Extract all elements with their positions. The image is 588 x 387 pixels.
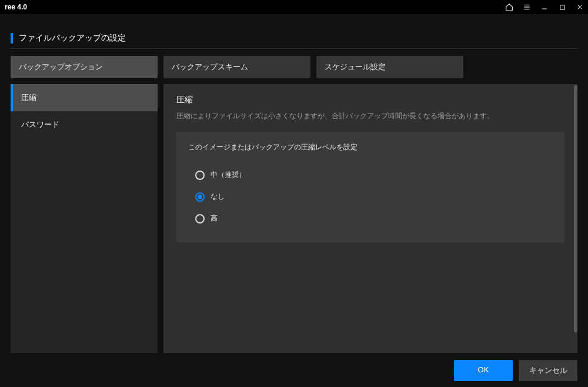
- scrollbar-thumb[interactable]: [574, 85, 577, 332]
- button-label: キャンセル: [529, 366, 567, 375]
- main-panel: 圧縮 圧縮によりファイルサイズは小さくなりますが、合計バックアップ時間が長くなる…: [163, 84, 577, 353]
- minimize-icon[interactable]: [540, 2, 549, 12]
- page-title: ファイルバックアップの設定: [19, 33, 126, 44]
- tab-schedule-settings[interactable]: スケジュール設定: [316, 56, 463, 78]
- radio-icon: [195, 192, 205, 202]
- radio-option-medium[interactable]: 中（推奨）: [188, 164, 553, 186]
- radio-label: 中（推奨）: [211, 170, 246, 180]
- app-title: ree 4.0: [4, 3, 27, 11]
- titlebar-controls: [505, 2, 584, 12]
- tab-backup-scheme[interactable]: バックアップスキーム: [163, 56, 310, 78]
- content-row: 圧縮 パスワード 圧縮 圧縮によりファイルサイズは小さくなりますが、合計バックア…: [11, 84, 577, 353]
- menu-icon[interactable]: [522, 2, 532, 12]
- tab-label: スケジュール設定: [325, 62, 386, 71]
- panel-title: 圧縮: [176, 95, 564, 105]
- page-header: ファイルバックアップの設定: [11, 33, 577, 49]
- cancel-button[interactable]: キャンセル: [519, 360, 577, 381]
- radio-option-none[interactable]: なし: [188, 186, 553, 208]
- tabs-row: バックアップオプション バックアップスキーム スケジュール設定: [11, 56, 577, 78]
- ok-button[interactable]: OK: [454, 360, 513, 381]
- titlebar: ree 4.0: [0, 0, 588, 14]
- sidebar-item-label: 圧縮: [21, 93, 36, 102]
- dialog-footer: OK キャンセル: [11, 353, 577, 381]
- header-accent: [11, 33, 13, 44]
- option-group-title: このイメージまたはバックアップの圧縮レベルを設定: [188, 142, 553, 152]
- tab-backup-options[interactable]: バックアップオプション: [11, 56, 158, 78]
- radio-label: なし: [211, 192, 225, 202]
- window-body: ファイルバックアップの設定 バックアップオプション バックアップスキーム スケジ…: [0, 14, 588, 387]
- button-label: OK: [478, 365, 489, 374]
- radio-icon: [195, 171, 205, 180]
- tab-label: バックアップオプション: [19, 62, 103, 71]
- sidebar-item-label: パスワード: [21, 120, 59, 129]
- svg-rect-4: [560, 5, 564, 9]
- tab-label: バックアップスキーム: [172, 62, 248, 71]
- close-icon[interactable]: [575, 2, 584, 12]
- scrollbar-track[interactable]: [574, 84, 577, 353]
- radio-option-high[interactable]: 高: [188, 208, 553, 229]
- home-icon[interactable]: [505, 2, 514, 12]
- compression-option-group: このイメージまたはバックアップの圧縮レベルを設定 中（推奨） なし 高: [176, 132, 564, 242]
- radio-icon: [195, 214, 205, 223]
- sidebar-item-password[interactable]: パスワード: [11, 111, 158, 138]
- radio-label: 高: [211, 213, 218, 223]
- sidebar-item-compression[interactable]: 圧縮: [11, 84, 158, 111]
- maximize-icon[interactable]: [557, 2, 567, 12]
- sidebar: 圧縮 パスワード: [11, 84, 158, 353]
- panel-description: 圧縮によりファイルサイズは小さくなりますが、合計バックアップ時間が長くなる場合が…: [176, 111, 564, 121]
